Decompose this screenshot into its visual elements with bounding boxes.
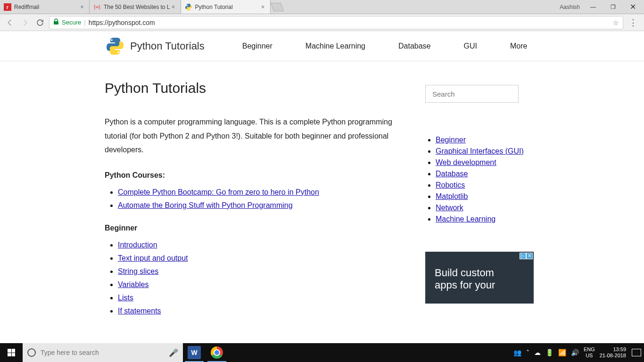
rediffmail-favicon-icon: r	[4, 3, 11, 11]
profile-user-label[interactable]: Aashish	[560, 4, 580, 10]
list-item: Complete Python Bootcamp: Go from zero t…	[118, 188, 397, 197]
main-nav: Beginner Machine Learning Database GUI M…	[242, 42, 528, 50]
url-text: https://pythonspot.com	[89, 19, 155, 26]
python-logo-icon	[105, 36, 125, 57]
beginner-list: Introduction Text input and output Strin…	[105, 241, 397, 315]
close-window-button[interactable]: ✕	[626, 2, 639, 11]
nav-gui[interactable]: GUI	[464, 42, 477, 50]
nav-database[interactable]: Database	[398, 42, 431, 50]
sidebar-link-beginner[interactable]: Beginner	[436, 136, 466, 144]
chevron-up-icon[interactable]: ˄	[526, 349, 529, 356]
start-button[interactable]	[0, 343, 23, 362]
adchoices-icon[interactable]: ▷	[520, 253, 526, 259]
list-item: Introduction	[118, 241, 397, 249]
ad-text-line1: Build custom	[435, 267, 534, 279]
taskbar-apps: W	[183, 343, 228, 362]
svg-point-3	[111, 39, 113, 41]
sidebar-link-network[interactable]: Network	[436, 204, 463, 212]
list-item: If statements	[118, 307, 397, 315]
list-item: String slices	[118, 267, 397, 276]
course-link[interactable]: Automate the Boring Stuff with Python Pr…	[118, 201, 293, 209]
course-link[interactable]: Complete Python Bootcamp: Go from zero t…	[118, 188, 319, 196]
list-item: Text input and output	[118, 254, 397, 263]
list-item: Automate the Boring Stuff with Python Pr…	[118, 201, 397, 210]
nav-beginner[interactable]: Beginner	[242, 42, 272, 50]
sidebar-link-robotics[interactable]: Robotics	[436, 181, 465, 189]
intro-paragraph: Python is a computer programming languag…	[105, 115, 397, 157]
wifi-icon[interactable]: 📶	[558, 349, 566, 356]
ad-close-icon[interactable]: ✕	[526, 253, 533, 259]
sidebar-link-web[interactable]: Web development	[436, 158, 496, 166]
onedrive-icon[interactable]: ☁	[534, 349, 541, 356]
taskbar-search[interactable]: 🎤	[23, 343, 183, 362]
tutorial-link[interactable]: String slices	[118, 267, 158, 275]
nav-more[interactable]: More	[510, 42, 527, 50]
sidebar-link-matplotlib[interactable]: Matplotlib	[436, 192, 468, 200]
site-brand[interactable]: Python Tutorials	[130, 40, 205, 52]
taskbar-word[interactable]: W	[183, 343, 206, 362]
browser-tabs: r Rediffmail × {∞} The 50 Best Websites …	[0, 0, 284, 14]
tab-rediffmail[interactable]: r Rediffmail ×	[0, 0, 90, 14]
nav-machine-learning[interactable]: Machine Learning	[305, 42, 365, 50]
svg-point-1	[189, 9, 190, 9]
svg-point-4	[117, 51, 119, 53]
people-icon[interactable]: 👥	[513, 349, 521, 356]
tutorial-link[interactable]: Lists	[118, 294, 133, 302]
windows-logo-icon	[8, 349, 15, 356]
lock-icon	[53, 18, 59, 26]
battery-icon[interactable]: 🔋	[545, 349, 553, 356]
courses-list: Complete Python Bootcamp: Go from zero t…	[105, 188, 397, 210]
tutorial-link[interactable]: Variables	[118, 280, 149, 288]
clock[interactable]: 13:59 21-08-2018	[600, 346, 627, 359]
tab-title: The 50 Best Websites to L	[104, 4, 170, 10]
microphone-icon[interactable]: 🎤	[169, 348, 178, 357]
sidebar-category-list: Beginner Graphical Interfaces (GUI) Web …	[425, 136, 534, 223]
tab-best-websites[interactable]: {∞} The 50 Best Websites to L ×	[90, 0, 181, 14]
list-item: Variables	[118, 280, 397, 289]
language-indicator[interactable]: ENG US	[584, 346, 595, 359]
windows-taskbar: 🎤 W 👥 ˄ ☁ 🔋 📶 🔊 ENG US 13:59 21-08-2018	[0, 343, 644, 362]
close-icon[interactable]: ×	[260, 4, 266, 10]
beginner-heading: Beginner	[105, 224, 397, 232]
list-item: Lists	[118, 294, 397, 302]
sidebar-link-ml[interactable]: Machine Learning	[436, 215, 495, 223]
page-viewport[interactable]: Python Tutorials Beginner Machine Learni…	[0, 31, 644, 343]
courses-heading: Python Courses:	[105, 171, 397, 180]
back-button[interactable]	[4, 16, 16, 29]
svg-rect-2	[54, 21, 58, 25]
system-tray: 👥 ˄ ☁ 🔋 📶 🔊 ENG US 13:59 21-08-2018	[513, 343, 644, 362]
cortana-icon	[27, 348, 36, 357]
forward-button[interactable]	[19, 16, 31, 29]
tutorial-link[interactable]: Text input and output	[118, 254, 188, 262]
titlebar-controls: Aashish — ❐ ✕	[560, 2, 644, 11]
tab-title: Rediffmail	[14, 4, 79, 10]
new-tab-button[interactable]	[271, 0, 284, 14]
sidebar-link-gui[interactable]: Graphical Interfaces (GUI)	[436, 147, 524, 155]
browser-menu-button[interactable]: ⋮	[626, 17, 640, 28]
minimize-button[interactable]: —	[586, 4, 600, 10]
svg-point-0	[187, 4, 187, 5]
taskbar-search-input[interactable]	[41, 349, 164, 356]
close-icon[interactable]: ×	[79, 4, 85, 10]
maximize-button[interactable]: ❐	[606, 4, 619, 10]
advertisement[interactable]: ▷ ✕ Build custom apps for your	[425, 252, 534, 304]
close-icon[interactable]: ×	[170, 4, 177, 10]
search-input[interactable]	[425, 85, 519, 103]
word-icon: W	[188, 346, 201, 359]
tab-title: Python Tutorial	[195, 4, 260, 10]
ad-text-line2: apps for your	[435, 279, 534, 291]
notifications-icon[interactable]	[632, 349, 641, 356]
sidebar: Beginner Graphical Interfaces (GUI) Web …	[425, 80, 534, 320]
browser-titlebar: r Rediffmail × {∞} The 50 Best Websites …	[0, 0, 644, 14]
sidebar-link-database[interactable]: Database	[436, 170, 468, 178]
tab-python-tutorial[interactable]: Python Tutorial ×	[181, 0, 271, 14]
taskbar-chrome[interactable]	[206, 343, 228, 362]
bookmark-star-icon[interactable]: ☆	[613, 19, 619, 26]
tutorial-link[interactable]: Introduction	[118, 241, 157, 249]
main-column: Python Tutorials Python is a computer pr…	[105, 80, 397, 320]
volume-icon[interactable]: 🔊	[571, 349, 579, 356]
tutorial-link[interactable]: If statements	[118, 307, 161, 315]
reload-button[interactable]	[34, 16, 46, 29]
address-bar[interactable]: Secure | https://pythonspot.com ☆	[49, 16, 623, 29]
browser-toolbar: Secure | https://pythonspot.com ☆ ⋮	[0, 14, 644, 31]
